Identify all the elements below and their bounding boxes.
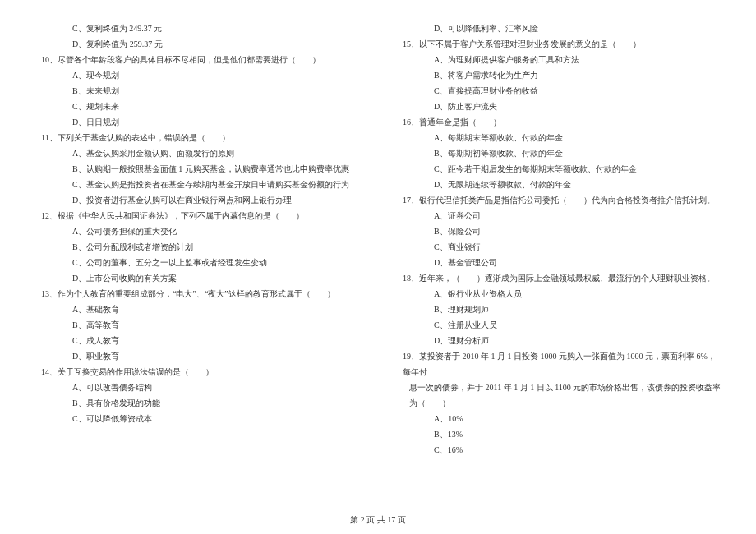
q15-opt-d: D、防止客户流失 bbox=[394, 99, 723, 114]
q16-opt-a: A、每期期末等额收款、付款的年金 bbox=[394, 130, 723, 145]
question-19-line2: 息一次的债券，并于 2011 年 1 月 1 日以 1100 元的市场价格出售，… bbox=[394, 380, 723, 411]
question-18-stem: 18、近年来，（ ）逐渐成为国际上金融领域最权威、最流行的个人理财职业资格。 bbox=[394, 270, 723, 286]
q18-opt-d: D、理财分析师 bbox=[394, 333, 723, 348]
q14-opt-b: B、具有价格发现的功能 bbox=[33, 395, 362, 411]
q12-opt-c: C、公司的董事、五分之一以上监事或者经理发生变动 bbox=[33, 255, 362, 270]
q11-opt-d: D、投资者进行基金认购可以在商业银行网点和网上银行办理 bbox=[33, 192, 362, 208]
question-16-stem: 16、普通年金是指（ ） bbox=[394, 114, 723, 130]
q10-opt-a: A、现今规划 bbox=[33, 67, 362, 83]
question-10-stem: 10、尽管各个年龄段客户的具体目标不尽相同，但是他们都需要进行（ ） bbox=[33, 52, 362, 67]
question-14-stem: 14、关于互换交易的作用说法错误的是（ ） bbox=[33, 364, 362, 380]
q17-opt-d: D、基金管理公司 bbox=[394, 255, 723, 270]
question-15-stem: 15、以下不属于客户关系管理对理财业务发展的意义的是（ ） bbox=[394, 36, 723, 52]
q13-opt-d: D、职业教育 bbox=[33, 348, 362, 364]
left-column: C、复利终值为 249.37 元 D、复利终值为 259.37 元 10、尽管各… bbox=[33, 21, 362, 486]
q14-opt-c: C、可以降低筹资成本 bbox=[33, 411, 362, 426]
q13-opt-a: A、基础教育 bbox=[33, 302, 362, 317]
question-12-stem: 12、根据《中华人民共和国证券法》，下列不属于内幕信息的是（ ） bbox=[33, 208, 362, 223]
question-11-stem: 11、下列关于基金认购的表述中，错误的是（ ） bbox=[33, 130, 362, 145]
q15-opt-c: C、直接提高理财业务的收益 bbox=[394, 83, 723, 99]
q14-opt-d: D、可以降低利率、汇率风险 bbox=[394, 21, 723, 36]
q16-opt-c: C、距今若干期后发生的每期期末等额收款、付款的年金 bbox=[394, 161, 723, 177]
q11-opt-c: C、基金认购是指投资者在基金存续期内基金开放日申请购买基金份额的行为 bbox=[33, 177, 362, 192]
q17-opt-c: C、商业银行 bbox=[394, 239, 723, 255]
q12-opt-d: D、上市公司收购的有关方案 bbox=[33, 270, 362, 286]
q18-opt-b: B、理财规划师 bbox=[394, 302, 723, 317]
q16-opt-d: D、无限期连续等额收款、付款的年金 bbox=[394, 177, 723, 192]
q15-opt-a: A、为理财师提供客户服务的工具和方法 bbox=[394, 52, 723, 67]
right-column: D、可以降低利率、汇率风险 15、以下不属于客户关系管理对理财业务发展的意义的是… bbox=[394, 21, 723, 486]
q18-opt-c: C、注册从业人员 bbox=[394, 317, 723, 333]
q19-opt-b: B、13% bbox=[394, 426, 723, 442]
q10-opt-d: D、日日规划 bbox=[33, 114, 362, 130]
question-17-stem: 17、银行代理信托类产品是指信托公司委托（ ）代为向合格投资者推介信托计划。 bbox=[394, 192, 723, 208]
q16-opt-b: B、每期期初等额收款、付款的年金 bbox=[394, 145, 723, 161]
q13-opt-b: B、高等教育 bbox=[33, 317, 362, 333]
question-13-stem: 13、作为个人教育的重要组成部分，“电大”、“夜大”这样的教育形式属于（ ） bbox=[33, 286, 362, 302]
question-19-line1: 19、某投资者于 2010 年 1 月 1 日投资 1000 元购入一张面值为 … bbox=[394, 348, 723, 380]
prev-question-opt-c: C、复利终值为 249.37 元 bbox=[33, 21, 362, 36]
q13-opt-c: C、成人教育 bbox=[33, 333, 362, 348]
q11-opt-b: B、认购期一般按照基金面值 1 元购买基金，认购费率通常也比申购费率优惠 bbox=[33, 161, 362, 177]
q19-opt-c: C、16% bbox=[394, 442, 723, 458]
q12-opt-a: A、公司债务担保的重大变化 bbox=[33, 223, 362, 239]
q12-opt-b: B、公司分配股利或者增资的计划 bbox=[33, 239, 362, 255]
q11-opt-a: A、基金认购采用金额认购、面额发行的原则 bbox=[33, 145, 362, 161]
prev-question-opt-d: D、复利终值为 259.37 元 bbox=[33, 36, 362, 52]
page-footer: 第 2 页 共 17 页 bbox=[0, 512, 756, 527]
q17-opt-b: B、保险公司 bbox=[394, 223, 723, 239]
q15-opt-b: B、将客户需求转化为生产力 bbox=[394, 67, 723, 83]
q14-opt-a: A、可以改善债务结构 bbox=[33, 380, 362, 395]
q17-opt-a: A、证券公司 bbox=[394, 208, 723, 223]
q19-opt-a: A、10% bbox=[394, 411, 723, 426]
q10-opt-b: B、未来规划 bbox=[33, 83, 362, 99]
q10-opt-c: C、规划未来 bbox=[33, 99, 362, 114]
q18-opt-a: A、银行业从业资格人员 bbox=[394, 286, 723, 302]
